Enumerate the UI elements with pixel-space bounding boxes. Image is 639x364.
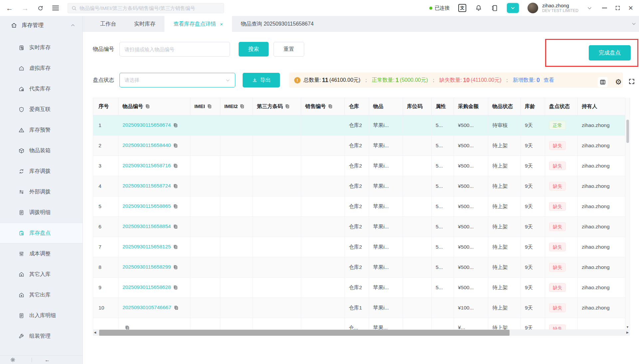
copy-icon[interactable] [173, 285, 178, 291]
sidebar-item-15[interactable]: 组装管理 [0, 326, 83, 346]
copy-icon[interactable] [173, 265, 178, 271]
table-row[interactable]: 120250930115658674仓库2苹果i...5...¥500...待审… [93, 115, 630, 136]
item-no-link[interactable]: 20250930115658674 [122, 122, 171, 128]
copy-icon[interactable] [173, 204, 178, 210]
assistant-toggle-button[interactable] [507, 3, 519, 13]
tab-4[interactable]: 物品查询 20250930115658674 [232, 16, 323, 32]
sidebar-item-3[interactable]: 代卖库存 [0, 78, 83, 99]
vertical-scrollbar[interactable]: ▼ [625, 98, 630, 329]
column-header-item: 物品编号 [118, 98, 190, 115]
cell-text: 待上架 [492, 285, 508, 290]
table-row[interactable]: 320250930115658716仓库2苹果i...5...¥500...待上… [93, 156, 630, 176]
reload-icon[interactable] [37, 5, 44, 11]
tab-3[interactable]: 查看库存盘点详情× [164, 16, 232, 32]
item-no-link[interactable]: 20250930115658125 [122, 244, 171, 249]
copy-column-icon[interactable] [207, 104, 212, 110]
stocktake-status-select[interactable]: 请选择 [119, 73, 235, 87]
item-no-link[interactable]: 20250930115658854 [122, 223, 171, 229]
box-icon [18, 148, 25, 154]
avatar[interactable] [528, 3, 538, 13]
item-no-link[interactable]: 20250930115658628 [122, 284, 171, 290]
sidebar-item-2[interactable]: 虚拟库存 [0, 58, 83, 78]
settings-gear-icon[interactable] [10, 357, 16, 363]
sidebar-group-inventory[interactable]: 库存管理 [0, 16, 83, 35]
tab-overflow-chevron-icon[interactable] [631, 21, 636, 26]
table-row[interactable]: 920250930115658628仓库2苹果i...5...¥500...待上… [93, 278, 630, 298]
table-row[interactable]: 520250930115658865仓库2苹果i...5...¥500...待上… [93, 196, 630, 217]
sidebar-item-4[interactable]: 爱商互联 [0, 99, 83, 120]
copy-column-icon[interactable] [240, 104, 245, 110]
table-row[interactable]: 1020250930105746667仓库1苹果i...¥100...待上架9天… [93, 298, 630, 318]
copy-icon[interactable] [125, 325, 130, 329]
chevron-up-icon[interactable] [71, 23, 75, 28]
bell-icon[interactable] [475, 4, 482, 12]
copy-column-icon[interactable] [285, 104, 290, 110]
scroll-down-arrow-icon[interactable]: ▼ [626, 325, 629, 329]
item-no-link[interactable]: 20250930115658440 [122, 142, 171, 148]
translate-icon[interactable]: 文 [458, 4, 466, 12]
back-icon[interactable]: ← [6, 5, 13, 12]
copy-icon[interactable] [174, 305, 179, 311]
export-button[interactable]: 导出 [243, 73, 280, 87]
horizontal-scrollbar-thumb[interactable] [99, 330, 510, 336]
tab-1[interactable]: 工作台 [91, 16, 125, 32]
sidebar-item-8[interactable]: 外部调拨 [0, 182, 83, 202]
copy-icon[interactable] [173, 143, 178, 149]
close-button[interactable]: × [628, 4, 633, 12]
copy-icon[interactable] [173, 184, 178, 189]
sidebar-item-10[interactable]: 库存盘点 [0, 223, 83, 243]
collapse-sidebar-icon[interactable]: ← [45, 357, 50, 363]
sidebar-item-5[interactable]: 库存预警 [0, 120, 83, 140]
menu-icon[interactable] [52, 4, 59, 11]
table-row-partial[interactable]: 仓...苹果...¥...待上架9天缺失 [93, 318, 630, 330]
complete-stocktake-button[interactable]: 完成盘点 [589, 45, 631, 61]
copy-column-icon[interactable] [328, 104, 333, 110]
sidebar-item-12[interactable]: 其它入库 [0, 264, 83, 285]
copy-icon[interactable] [173, 224, 178, 230]
reset-button[interactable]: 重置 [274, 42, 304, 57]
maximize-button[interactable] [615, 5, 620, 11]
table-row[interactable]: 220250930115658440仓库2苹果i...5...¥500...待上… [93, 136, 630, 156]
horizontal-scrollbar[interactable]: ◀ ▶ [93, 330, 630, 336]
global-search-input[interactable] [80, 5, 220, 11]
select-placeholder: 请选择 [124, 77, 139, 83]
sidebar-item-9[interactable]: 调拨明细 [0, 202, 83, 223]
item-no-input[interactable] [119, 42, 230, 57]
divider [32, 358, 32, 362]
scroll-right-arrow-icon[interactable]: ▶ [626, 331, 629, 334]
table-row[interactable]: 820250930115658299仓库2苹果i...5...¥500...待上… [93, 257, 630, 278]
sidebar-item-11[interactable]: 成本调整 [0, 243, 83, 264]
sidebar-item-13[interactable]: 其它出库 [0, 285, 83, 305]
user-menu-chevron-icon[interactable] [587, 6, 592, 11]
scroll-left-arrow-icon[interactable]: ◀ [94, 331, 96, 334]
item-no-link[interactable]: 20250930115658299 [122, 264, 171, 270]
table-row[interactable]: 420250930115658724仓库2苹果i...5...¥500...待上… [93, 176, 630, 196]
table-density-icon[interactable] [598, 77, 608, 87]
item-no-link[interactable]: 20250930115658716 [122, 163, 171, 168]
fullscreen-icon[interactable] [628, 78, 635, 85]
search-button[interactable]: 搜索 [239, 42, 269, 57]
table-row[interactable]: 620250930115658854仓库2苹果i...5...¥500...待上… [93, 217, 630, 237]
table-row[interactable]: 720250930115658125仓库2苹果i...5...¥500...待上… [93, 237, 630, 257]
item-no-link[interactable]: 20250930105746667 [122, 304, 171, 310]
cell-text: 待上架 [492, 183, 508, 189]
item-no-link[interactable]: 20250930115658724 [122, 183, 171, 188]
sidebar-item-14[interactable]: 出入库明细 [0, 305, 83, 326]
tab-close-icon[interactable]: × [220, 21, 223, 27]
notebook-icon[interactable] [491, 4, 498, 12]
table-settings-gear-icon[interactable]: ⚙ [615, 77, 622, 87]
copy-column-icon[interactable] [145, 104, 150, 110]
sidebar-item-7[interactable]: 库存调拨 [0, 161, 83, 182]
vertical-scrollbar-thumb[interactable] [626, 120, 629, 143]
global-search[interactable] [68, 3, 224, 13]
copy-icon[interactable] [173, 245, 178, 250]
sidebar-item-1[interactable]: 实时库存 [0, 37, 83, 58]
copy-icon[interactable] [173, 164, 178, 169]
view-added-link[interactable]: 查看 [543, 77, 554, 84]
sidebar-item-6[interactable]: 物品装箱 [0, 140, 83, 161]
tab-2[interactable]: 实时库存 [125, 16, 164, 32]
copy-icon[interactable] [173, 123, 178, 129]
minimize-button[interactable] [602, 8, 607, 8]
forward-icon[interactable]: → [22, 5, 29, 12]
item-no-link[interactable]: 20250930115658865 [122, 203, 171, 209]
